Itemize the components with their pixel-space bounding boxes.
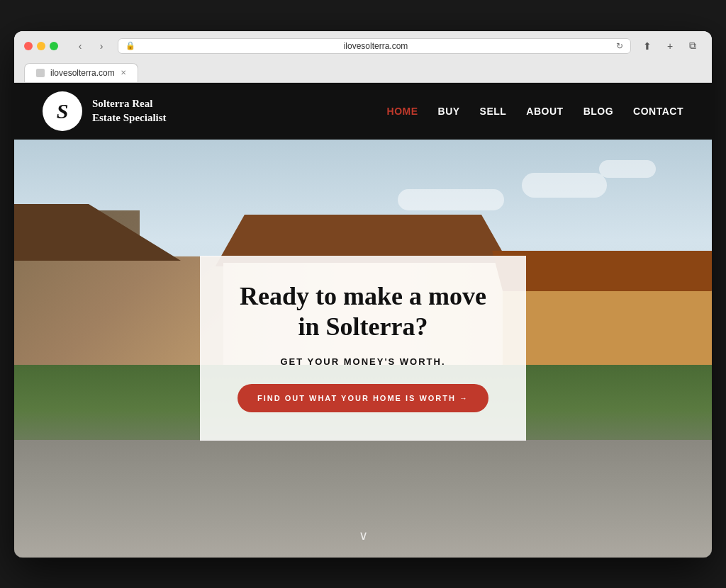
browser-actions: ⬆ + ⧉ (638, 38, 702, 54)
website: S Solterra Real Estate Specialist HOME B… (14, 83, 712, 558)
logo-circle: S (43, 91, 82, 131)
house-left-roof (14, 204, 181, 261)
reload-icon[interactable]: ↻ (616, 41, 623, 51)
nav-buttons: ‹ › (71, 38, 111, 54)
forward-button[interactable]: › (92, 38, 111, 54)
share-button[interactable]: ⬆ (638, 38, 657, 54)
nav-buy[interactable]: BUY (438, 106, 460, 117)
site-header: S Solterra Real Estate Specialist HOME B… (14, 83, 712, 140)
logo-text: Solterra Real Estate Specialist (92, 97, 167, 125)
nav-contact[interactable]: CONTACT (633, 106, 683, 117)
nav-about[interactable]: ABOUT (526, 106, 563, 117)
logo-letter: S (57, 99, 69, 123)
new-tab-button[interactable]: + (661, 38, 679, 54)
traffic-lights (24, 42, 58, 50)
traffic-light-red[interactable] (24, 42, 33, 50)
hero-headline: Ready to make a move in Solterra? (235, 281, 491, 342)
address-bar[interactable]: 🔒 ilovesolterra.com ↻ (118, 38, 631, 54)
traffic-light-yellow[interactable] (37, 42, 45, 50)
nav-blog[interactable]: BLOG (583, 106, 613, 117)
tabs-overview-button[interactable]: ⧉ (683, 38, 702, 54)
lock-icon: 🔒 (125, 41, 135, 50)
url-display: ilovesolterra.com (140, 41, 612, 51)
hero-cta-button[interactable]: FIND OUT WHAT YOUR HOME IS WORTH → (238, 384, 488, 412)
hero-subheadline: GET YOUR MONEY'S WORTH. (235, 356, 491, 367)
browser-chrome: ‹ › 🔒 ilovesolterra.com ↻ ⬆ + ⧉ ilovesol… (14, 31, 712, 83)
traffic-light-green[interactable] (50, 42, 58, 50)
hero-content-box: Ready to make a move in Solterra? GET YO… (200, 256, 526, 441)
tab-label: ilovesolterra.com (50, 68, 115, 78)
logo-name-line2: Estate Specialist (92, 112, 167, 123)
site-nav: HOME BUY SELL ABOUT BLOG CONTACT (387, 106, 683, 117)
cloud-3 (398, 189, 504, 210)
tab-favicon (36, 69, 45, 77)
logo-name-line1: Solterra Real (92, 98, 152, 109)
cloud-1 (522, 173, 607, 198)
logo-area[interactable]: S Solterra Real Estate Specialist (43, 91, 167, 131)
hero-section: Ready to make a move in Solterra? GET YO… (14, 140, 712, 558)
cloud-2 (599, 160, 656, 178)
scroll-indicator[interactable]: ∨ (359, 528, 368, 543)
nav-home[interactable]: HOME (387, 106, 418, 117)
browser-window: ‹ › 🔒 ilovesolterra.com ↻ ⬆ + ⧉ ilovesol… (14, 31, 712, 558)
tab-close-icon[interactable]: ✕ (121, 69, 126, 77)
browser-tab[interactable]: ilovesolterra.com ✕ (24, 63, 138, 82)
nav-sell[interactable]: SELL (480, 106, 507, 117)
back-button[interactable]: ‹ (71, 38, 89, 54)
